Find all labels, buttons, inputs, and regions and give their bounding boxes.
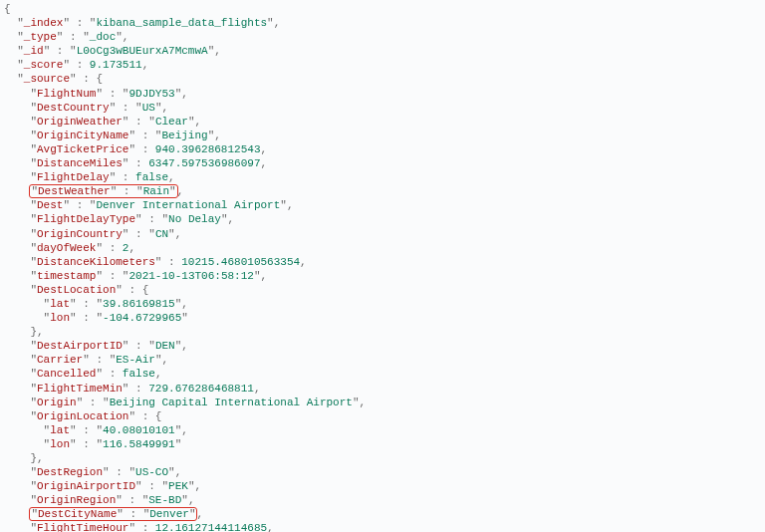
key-OriginLocation-lat: lat bbox=[50, 424, 70, 436]
key-DistanceMiles: DistanceMiles bbox=[37, 157, 123, 169]
key-FlightDelay: FlightDelay bbox=[37, 171, 110, 183]
key-score: _score bbox=[24, 59, 64, 71]
key-OriginCountry: OriginCountry bbox=[37, 228, 123, 240]
key-DestCityName: DestCityName bbox=[38, 508, 117, 520]
val-OriginAirportID: PEK bbox=[168, 480, 188, 492]
val-DestRegion: US-CO bbox=[135, 466, 168, 478]
val-timestamp: 2021-10-13T06:58:12 bbox=[128, 270, 253, 282]
key-FlightNum: FlightNum bbox=[37, 88, 96, 100]
key-OriginAirportID: OriginAirportID bbox=[37, 480, 135, 492]
val-Dest: Denver International Airport bbox=[96, 199, 280, 211]
val-DistanceKilometers: 10215.468010563354 bbox=[181, 256, 300, 268]
val-AvgTicketPrice: 940.396286812543 bbox=[155, 143, 261, 155]
val-FlightTimeMin: 729.676286468811 bbox=[148, 383, 254, 395]
val-OriginRegion: SE-BD bbox=[148, 494, 181, 506]
key-DestAirportID: DestAirportID bbox=[37, 340, 123, 352]
key-OriginCityName: OriginCityName bbox=[37, 130, 128, 141]
val-DistanceMiles: 6347.597536986097 bbox=[148, 157, 260, 169]
key-DestRegion: DestRegion bbox=[37, 466, 103, 478]
key-timestamp: timestamp bbox=[37, 270, 96, 282]
key-DestLocation: DestLocation bbox=[37, 284, 116, 296]
val-FlightDelayType: No Delay bbox=[168, 213, 221, 225]
json-output: { "_index" : "kibana_sample_data_flights… bbox=[0, 0, 765, 532]
key-Dest: Dest bbox=[37, 199, 63, 211]
key-DestLocation-lon: lon bbox=[50, 312, 70, 324]
highlight-DestWeather: "DestWeather" : "Rain" bbox=[30, 185, 176, 197]
key-DistanceKilometers: DistanceKilometers bbox=[37, 256, 155, 268]
val-FlightTimeHour: 12.16127144114685 bbox=[155, 522, 267, 532]
val-DestCountry: US bbox=[142, 102, 155, 114]
val-Carrier: ES-Air bbox=[116, 354, 155, 366]
key-Cancelled: Cancelled bbox=[37, 368, 96, 380]
key-OriginLocation-lon: lon bbox=[50, 438, 70, 450]
val-FlightDelay: false bbox=[135, 171, 168, 183]
key-OriginWeather: OriginWeather bbox=[37, 116, 123, 128]
val-DestWeather: Rain bbox=[143, 185, 169, 197]
key-OriginLocation: OriginLocation bbox=[37, 410, 128, 422]
key-AvgTicketPrice: AvgTicketPrice bbox=[37, 143, 128, 155]
key-DestWeather: DestWeather bbox=[38, 185, 111, 197]
val-Origin: Beijing Capital International Airport bbox=[110, 397, 353, 408]
highlight-DestCityName: "DestCityName" : "Denver" bbox=[30, 508, 196, 520]
key-DestLocation-lat: lat bbox=[50, 298, 70, 310]
val-OriginWeather: Clear bbox=[155, 116, 188, 128]
key-id: _id bbox=[24, 45, 44, 57]
val-DestLocation-lon: -104.6729965 bbox=[103, 312, 181, 324]
key-FlightTimeMin: FlightTimeMin bbox=[37, 383, 123, 395]
key-OriginRegion: OriginRegion bbox=[37, 494, 116, 506]
key-index: _index bbox=[24, 17, 64, 29]
val-id: L0oCg3wBUEurxA7McmwA bbox=[77, 45, 208, 57]
val-DestLocation-lat: 39.86169815 bbox=[103, 298, 175, 310]
val-index: kibana_sample_data_flights bbox=[96, 17, 267, 29]
key-dayOfWeek: dayOfWeek bbox=[37, 242, 96, 254]
key-source: _source bbox=[24, 73, 70, 85]
key-FlightTimeHour: FlightTimeHour bbox=[37, 522, 128, 532]
key-DestCountry: DestCountry bbox=[37, 102, 110, 114]
val-type: _doc bbox=[90, 31, 116, 43]
val-score: 9.173511 bbox=[90, 59, 142, 71]
val-OriginLocation-lon: 116.5849991 bbox=[103, 438, 175, 450]
val-OriginLocation-lat: 40.08010101 bbox=[103, 424, 175, 436]
val-Cancelled: false bbox=[123, 368, 155, 380]
val-OriginCityName: Beijing bbox=[161, 130, 207, 141]
key-type: _type bbox=[24, 31, 57, 43]
val-OriginCountry: CN bbox=[155, 228, 168, 240]
val-DestAirportID: DEN bbox=[155, 340, 175, 352]
key-FlightDelayType: FlightDelayType bbox=[37, 213, 135, 225]
val-FlightNum: 9DJDY53 bbox=[128, 88, 174, 100]
val-DestCityName: Denver bbox=[149, 508, 189, 520]
key-Origin: Origin bbox=[37, 397, 77, 408]
key-Carrier: Carrier bbox=[37, 354, 83, 366]
